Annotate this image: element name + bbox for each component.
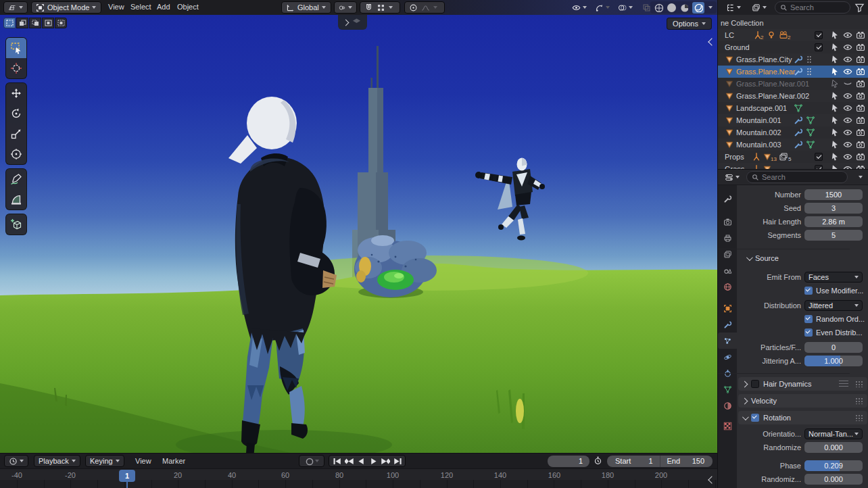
playhead[interactable]: 1 xyxy=(119,470,135,482)
selectable-icon[interactable] xyxy=(830,152,840,162)
eye-icon[interactable] xyxy=(843,55,852,64)
hair-dynamics-panel[interactable]: Hair Dynamics xyxy=(738,377,867,391)
drag-handle-icon[interactable] xyxy=(855,381,863,387)
tab-modifiers[interactable] xyxy=(718,316,737,333)
tab-render[interactable] xyxy=(718,214,737,230)
outliner-row-grass-plane-near-002[interactable]: Grass.Plane.Near.002 xyxy=(718,90,868,102)
properties-search[interactable] xyxy=(746,171,848,183)
selectable-icon[interactable] xyxy=(830,116,840,125)
tab-material[interactable] xyxy=(718,397,737,414)
render-icon[interactable] xyxy=(856,79,865,89)
render-icon[interactable] xyxy=(856,140,865,149)
rotation-checkbox[interactable] xyxy=(751,414,759,422)
outliner-row-lc[interactable]: LC 2 2 xyxy=(718,29,868,41)
eye-icon[interactable] xyxy=(843,43,852,52)
properties-options-icon[interactable] xyxy=(859,176,863,178)
options-button[interactable]: Options xyxy=(667,18,712,30)
tab-physics[interactable] xyxy=(718,349,737,365)
eye-icon[interactable] xyxy=(843,140,852,149)
render-icon[interactable] xyxy=(856,128,865,137)
end-frame-field[interactable]: End 150 xyxy=(660,456,713,467)
hair-length-field[interactable]: 2.86 m xyxy=(804,216,863,227)
render-icon[interactable] xyxy=(856,55,865,64)
editor-type-button[interactable] xyxy=(3,1,28,14)
outliner-row-mountain-002[interactable]: Mountain.002 xyxy=(718,126,868,139)
gizmos-dropdown[interactable] xyxy=(591,1,614,14)
drag-handle-icon[interactable] xyxy=(855,414,863,421)
selectable-icon[interactable] xyxy=(830,43,840,52)
render-icon[interactable] xyxy=(856,30,865,40)
timeline-ruler[interactable]: -40 -20 20 40 60 80 100 120 140 160 180 … xyxy=(0,468,717,488)
outliner-filter-dropdown[interactable] xyxy=(748,1,771,14)
shading-wireframe-icon[interactable] xyxy=(654,3,663,12)
selectable-icon[interactable] xyxy=(830,91,840,101)
select-mode-new-button[interactable] xyxy=(3,18,16,28)
render-icon[interactable] xyxy=(856,152,865,162)
randomize-field[interactable]: 0.000 xyxy=(804,442,863,453)
proportional-edit-group[interactable] xyxy=(404,1,445,14)
timeline-marker-menu[interactable]: Marker xyxy=(162,457,185,465)
selectable-icon[interactable] xyxy=(830,30,840,40)
select-mode-invert-button[interactable] xyxy=(42,18,54,28)
select-mode-extend-button[interactable] xyxy=(16,18,28,28)
collection-checkbox[interactable] xyxy=(815,31,823,39)
selectable-icon[interactable] xyxy=(830,128,840,137)
show-gizmo-dropdown[interactable] xyxy=(568,1,591,14)
3d-viewport[interactable]: Options xyxy=(0,15,717,453)
tool-transform[interactable] xyxy=(6,144,26,164)
selectable-icon[interactable] xyxy=(830,164,840,169)
velocity-panel[interactable]: Velocity xyxy=(738,394,867,408)
current-frame-field[interactable]: 1 xyxy=(548,456,589,467)
seed-field[interactable]: 3 xyxy=(804,203,863,214)
start-frame-field[interactable]: Start 1 xyxy=(607,456,660,467)
last-operator-tab[interactable] xyxy=(338,15,367,30)
eye-icon[interactable] xyxy=(843,103,852,113)
outliner-row-scene-collection[interactable]: ne Collection xyxy=(718,17,868,29)
menu-view[interactable]: View xyxy=(108,3,124,11)
tab-output[interactable] xyxy=(718,230,737,246)
collection-checkbox[interactable] xyxy=(815,43,823,51)
tool-rotate[interactable] xyxy=(6,103,26,124)
tool-measure[interactable] xyxy=(6,189,26,210)
render-icon[interactable] xyxy=(856,91,865,101)
next-keyframe-button[interactable] xyxy=(379,456,391,466)
sidebar-collapse-icon[interactable] xyxy=(709,39,715,45)
selectable-icon[interactable] xyxy=(830,103,840,113)
tab-tool[interactable] xyxy=(718,191,737,207)
play-reverse-button[interactable] xyxy=(355,456,367,466)
orientation-dropdown[interactable]: Global xyxy=(281,1,331,14)
segments-field[interactable]: 5 xyxy=(804,230,863,241)
tab-world[interactable] xyxy=(718,278,737,295)
eye-closed-icon[interactable] xyxy=(843,79,852,89)
outliner-row-mountain-001[interactable]: Mountain.001 xyxy=(718,114,868,126)
jump-start-button[interactable] xyxy=(331,456,343,466)
playback-menu[interactable]: Playback xyxy=(34,455,80,467)
presets-icon[interactable] xyxy=(839,381,848,387)
autokey-group[interactable] xyxy=(299,455,324,467)
render-icon[interactable] xyxy=(856,67,865,76)
rotation-panel[interactable]: Rotation xyxy=(738,411,867,424)
tab-object[interactable] xyxy=(718,300,737,316)
timeline-editor-type-button[interactable] xyxy=(4,455,28,467)
outliner-row-landscape-001[interactable]: Landscape.001 xyxy=(718,102,868,114)
select-mode-subtract-button[interactable] xyxy=(29,18,41,28)
pivot-dropdown[interactable] xyxy=(334,1,357,14)
emit-from-dropdown[interactable]: Faces xyxy=(804,272,863,283)
selectable-icon[interactable] xyxy=(830,67,840,76)
number-field[interactable]: 1500 xyxy=(804,189,863,200)
render-icon[interactable] xyxy=(856,43,865,52)
distribution-dropdown[interactable]: Jittered xyxy=(804,300,863,311)
shading-rendered-button[interactable] xyxy=(692,2,704,14)
outliner-row-grass-plane-near[interactable]: Grass.Plane.Near xyxy=(718,66,868,78)
prev-keyframe-button[interactable] xyxy=(343,456,355,466)
eye-icon[interactable] xyxy=(843,67,852,76)
tool-select-box[interactable] xyxy=(6,38,26,58)
selectable-icon[interactable] xyxy=(830,140,840,149)
orientation-axis-dropdown[interactable]: Normal-Tan... xyxy=(804,429,863,439)
hair-dynamics-checkbox[interactable] xyxy=(751,380,759,388)
outliner-row-props[interactable]: Props 13 5 xyxy=(718,151,868,163)
eye-icon[interactable] xyxy=(843,128,852,137)
eye-icon[interactable] xyxy=(843,164,852,169)
eye-icon[interactable] xyxy=(843,152,852,162)
timeline-collapse-icon[interactable] xyxy=(709,477,715,483)
